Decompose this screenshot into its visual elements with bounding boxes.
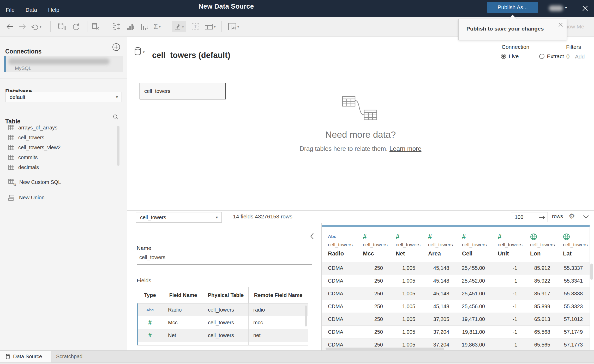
grid-vertical-scrollbar[interactable] — [590, 264, 593, 280]
extract-radio[interactable] — [539, 54, 544, 59]
learn-more-link[interactable]: Learn more — [389, 145, 422, 152]
live-radio-label[interactable]: Live — [509, 53, 519, 59]
grid-row-2[interactable]: CDMA2501,00545,14825,451.00-185.91755.33… — [322, 287, 590, 300]
field-row-Mcc[interactable]: #Mcccell_towersmcc — [137, 316, 308, 329]
table-item-label: cell_towers_view2 — [18, 145, 61, 151]
undo-button[interactable] — [6, 23, 14, 30]
grid-column-Unit[interactable]: #cell_towersUnit — [492, 225, 524, 262]
gear-icon[interactable]: ⚙ — [569, 212, 575, 220]
datasource-menu-button[interactable] — [134, 47, 142, 56]
remote-field-cell: net — [249, 329, 308, 342]
swap-icon — [113, 23, 121, 30]
swap-rows-columns-button[interactable] — [113, 23, 121, 30]
live-radio-selected[interactable] — [501, 54, 506, 59]
grid-cell: CDMA — [322, 300, 357, 313]
new-union-button[interactable]: New Union — [8, 195, 45, 201]
fit-dropdown-button[interactable]: ▾ — [205, 23, 216, 30]
grid-column-name: Net — [396, 250, 422, 257]
grid-column-name: Area — [428, 250, 456, 257]
menu-help[interactable]: Help — [48, 7, 59, 13]
sort-descending-button[interactable] — [140, 23, 148, 30]
user-account-chip[interactable] — [549, 5, 563, 11]
table-search-button[interactable] — [113, 114, 119, 120]
grid-row-3[interactable]: CDMA2501,00545,14825,456.00-185.89955.33… — [322, 300, 590, 313]
grid-column-source: cell_towers — [498, 242, 524, 248]
add-connection-button[interactable] — [112, 43, 120, 51]
grid-header-row: Abccell_towersRadio#cell_towersMcc#cell_… — [322, 225, 590, 262]
grid-column-Cell[interactable]: #cell_towersCell — [456, 225, 492, 262]
grid-row-0[interactable]: CDMA2501,00545,14825,455.00-185.91255.33… — [322, 262, 590, 275]
sidebar-table-item-decimals[interactable]: decimals — [0, 162, 127, 172]
grid-column-Lon[interactable]: cell_towersLon — [524, 225, 557, 262]
field-row-Net[interactable]: #Netcell_towersnet — [137, 329, 308, 342]
datasource-title: cell_towers (default) — [152, 51, 230, 60]
grid-column-name: Unit — [498, 250, 524, 257]
grid-row-1[interactable]: CDMA2501,00545,14825,452.00-185.92255.33… — [322, 275, 590, 287]
grid-column-Mcc[interactable]: #cell_towersMcc — [357, 225, 390, 262]
grid-column-Net[interactable]: #cell_towersNet — [390, 225, 422, 262]
grid-column-source: cell_towers — [428, 242, 456, 248]
sidebar-table-item-cell_towers[interactable]: cell_towers — [0, 133, 127, 142]
table-list-scrollbar[interactable] — [117, 126, 119, 166]
grid-column-name: Mcc — [363, 250, 390, 257]
collapse-panel-button[interactable] — [583, 215, 589, 219]
grid-column-Radio[interactable]: Abccell_towersRadio — [322, 225, 357, 262]
grid-row-5[interactable]: CDMA2501,00537,20419,811.00-165.56857.17… — [322, 326, 590, 338]
physical-table-cell: cell_towers — [203, 303, 249, 316]
logical-table-node[interactable]: cell_towers — [140, 83, 226, 99]
publish-as-button[interactable]: Publish As... — [487, 2, 538, 13]
window-close-button[interactable] — [581, 4, 589, 12]
show-me-button[interactable]: ▾ — [228, 23, 239, 31]
user-menu-caret-icon[interactable]: ▾ — [565, 5, 567, 10]
grid-horizontal-scrollbar[interactable] — [326, 348, 444, 350]
sidebar-table-item-arrays_of_arrays[interactable]: arrays_of_arrays — [0, 123, 127, 133]
apply-arrow-icon[interactable] — [539, 215, 545, 219]
grid-column-Lat[interactable]: cell_towersLat — [557, 225, 590, 262]
data-preview-grid: Abccell_towersRadio#cell_towersMcc#cell_… — [322, 223, 594, 350]
menu-file[interactable]: File — [6, 7, 15, 13]
highlight-button-active[interactable]: ▾ — [172, 21, 186, 32]
filters-add-link[interactable]: Add — [575, 53, 585, 60]
sidebar-table-item-cell_towers_view2[interactable]: cell_towers_view2 — [0, 142, 127, 152]
fields-table-scrollbar[interactable] — [305, 306, 307, 326]
redo-button[interactable] — [18, 23, 27, 30]
sheet-tab-bar: Data Source Scratchpad — [0, 350, 594, 362]
pause-updates-button[interactable] — [58, 22, 66, 31]
collapse-metadata-button[interactable] — [310, 232, 314, 240]
fields-label: Fields — [137, 277, 151, 284]
annotation-button[interactable]: T — [191, 23, 199, 30]
caret-down-icon[interactable]: ▾ — [143, 50, 145, 54]
sort-ascending-button[interactable] — [127, 23, 135, 30]
fields-table-header: TypeField NamePhysical TableRemote Field… — [137, 287, 308, 303]
caret-down-icon: ▾ — [216, 212, 218, 222]
menu-data[interactable]: Data — [26, 7, 37, 13]
connections-heading: Connections — [5, 48, 41, 55]
replay-dropdown-button[interactable]: ▾ — [31, 23, 41, 30]
grid-cell: 55.3338 — [557, 287, 590, 300]
extract-radio-label[interactable]: Extract — [547, 53, 564, 59]
field-row-Radio[interactable]: AbcRadiocell_towersradio — [137, 303, 308, 316]
refresh-button[interactable] — [72, 23, 80, 31]
number-type-icon: # — [462, 233, 466, 241]
database-select[interactable]: default ▾ — [5, 92, 122, 102]
grid-cell: 65.613 — [524, 313, 557, 325]
totals-dropdown-button[interactable]: Σ ▾ — [153, 22, 161, 31]
new-custom-sql-button[interactable]: ⚙ New Custom SQL — [8, 179, 61, 185]
row-limit-input[interactable]: 100 — [511, 212, 548, 222]
tab-scratchpad[interactable]: Scratchpad — [56, 351, 82, 362]
connection-item[interactable]: MySQL — [4, 56, 123, 72]
preview-table-select[interactable]: cell_towers ▾ — [136, 212, 222, 223]
string-type-icon: Abc — [328, 234, 336, 239]
clear-sheet-button[interactable] — [92, 23, 100, 31]
clear-sheet-icon — [92, 23, 100, 31]
grid-cell: CDMA — [322, 313, 357, 325]
table-icon — [8, 155, 14, 160]
name-input[interactable]: cell_towers — [139, 254, 165, 260]
sidebar-table-item-commits[interactable]: commits — [0, 152, 127, 162]
grid-column-Area[interactable]: #cell_towersArea — [422, 225, 456, 262]
caret-down-icon: ▾ — [159, 25, 161, 29]
tooltip-close-button[interactable] — [558, 22, 563, 28]
tab-data-source[interactable]: Data Source — [0, 351, 51, 362]
grid-row-4[interactable]: CDMA2501,00537,20519,471.00-165.61357.10… — [322, 313, 590, 326]
grid-cell: 250 — [357, 326, 390, 338]
